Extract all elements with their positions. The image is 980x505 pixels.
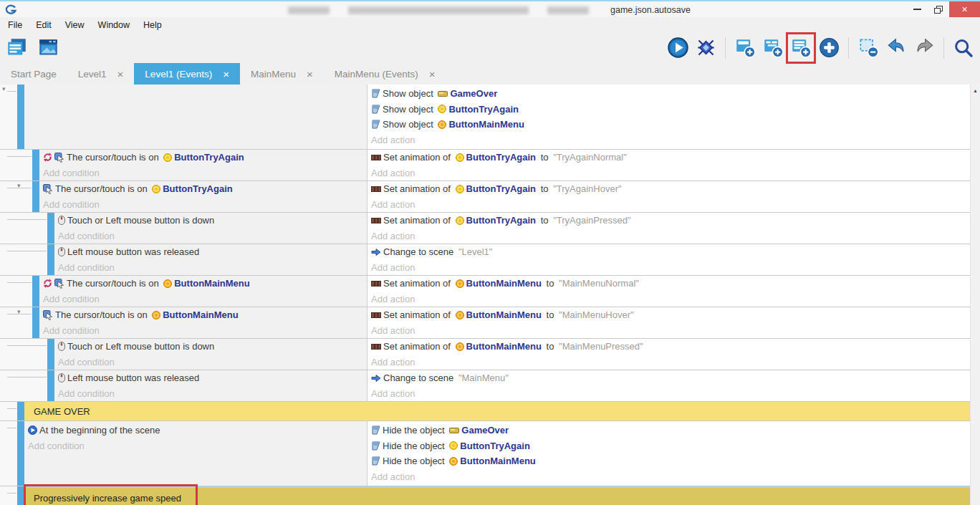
- menu-file[interactable]: File: [6, 19, 24, 31]
- condition[interactable]: Touch or Left mouse button is down: [54, 339, 367, 355]
- event-selection-bar[interactable]: [47, 339, 54, 370]
- event-selection-bar[interactable]: [47, 244, 54, 275]
- menu-edit[interactable]: Edit: [34, 19, 53, 31]
- add-condition[interactable]: Add condition: [39, 323, 367, 339]
- action[interactable]: Set animation of ButtonTryAgain to "TryA…: [368, 150, 970, 165]
- add-subevent-button[interactable]: [761, 35, 785, 61]
- tab-mainmenu[interactable]: MainMenu×: [240, 63, 324, 85]
- string-literal: "MainMenuPressed": [559, 341, 643, 352]
- tab-close-icon[interactable]: ×: [117, 69, 124, 80]
- tab-start-page[interactable]: Start Page: [0, 63, 67, 85]
- tab-close-icon[interactable]: ×: [307, 69, 313, 80]
- add-condition[interactable]: Add condition: [39, 165, 367, 181]
- tab-level1-events[interactable]: Level1 (Events)×: [134, 63, 240, 85]
- action[interactable]: Set animation of ButtonMainMenu to "Main…: [368, 276, 970, 292]
- tree-gutter: [0, 339, 47, 370]
- coin-icon: [152, 185, 160, 193]
- action[interactable]: Show object ButtonTryAgain: [368, 102, 970, 117]
- action[interactable]: Change to scene "MainMenu": [368, 370, 970, 386]
- menu-window[interactable]: Window: [97, 19, 131, 31]
- add-condition[interactable]: Add condition: [24, 438, 367, 454]
- condition[interactable]: Left mouse button was released: [54, 244, 367, 260]
- add-action[interactable]: Add action: [368, 386, 970, 402]
- add-condition[interactable]: Add condition: [54, 386, 367, 402]
- delete-event-button[interactable]: [856, 35, 880, 61]
- tab-level1[interactable]: Level1×: [67, 63, 135, 85]
- undo-button[interactable]: [884, 35, 908, 61]
- add-action[interactable]: Add action: [368, 260, 970, 276]
- action[interactable]: Hide the object GameOver: [368, 423, 970, 438]
- action[interactable]: Set animation of ButtonMainMenu to "Main…: [368, 339, 970, 355]
- collapse-arrow-icon[interactable]: ▾: [17, 182, 21, 189]
- scroll-up-icon[interactable]: ▲: [971, 85, 980, 93]
- action[interactable]: Show object ButtonMainMenu: [368, 117, 970, 133]
- add-comment-button[interactable]: [789, 35, 813, 61]
- action[interactable]: Set animation of ButtonMainMenu to "Main…: [368, 307, 970, 323]
- add-action[interactable]: Add action: [368, 323, 970, 339]
- anim-icon: [371, 312, 381, 319]
- action[interactable]: Hide the object ButtonMainMenu: [368, 453, 970, 469]
- event-selection-bar[interactable]: [32, 276, 39, 307]
- anim-icon: [371, 217, 381, 224]
- tab-close-icon[interactable]: ×: [223, 69, 229, 80]
- add-condition[interactable]: Add condition: [54, 355, 367, 370]
- condition[interactable]: The cursor/touch is on ButtonTryAgain: [39, 181, 367, 197]
- action[interactable]: Set animation of ButtonTryAgain to "TryA…: [368, 213, 970, 229]
- event-selection-bar[interactable]: [47, 213, 54, 244]
- add-action[interactable]: Add action: [368, 197, 970, 213]
- add-plus-button[interactable]: [817, 35, 841, 61]
- comment[interactable]: Progressively increase game speed: [24, 486, 970, 505]
- tab-close-icon[interactable]: ×: [429, 69, 436, 80]
- condition[interactable]: The cursor/touch is on ButtonMainMenu: [39, 276, 367, 292]
- event-selection-bar[interactable]: [32, 307, 39, 338]
- close-button[interactable]: ×: [949, 1, 980, 17]
- add-condition[interactable]: Add condition: [39, 292, 367, 307]
- add-condition[interactable]: Add condition: [39, 197, 367, 213]
- conditions-cell: The cursor/touch is on ButtonTryAgainAdd…: [39, 150, 368, 181]
- event-selection-bar[interactable]: [32, 150, 39, 181]
- condition[interactable]: At the beginning of the scene: [24, 423, 367, 438]
- event-selection-bar[interactable]: [47, 370, 54, 401]
- event-selection-bar[interactable]: [32, 181, 39, 212]
- add-action[interactable]: Add action: [368, 133, 970, 148]
- condition[interactable]: The cursor/touch is on ButtonTryAgain: [39, 150, 367, 165]
- coin2-icon: [456, 279, 464, 288]
- condition[interactable]: Left mouse button was released: [54, 370, 367, 386]
- menu-help[interactable]: Help: [142, 19, 163, 31]
- action[interactable]: Change to scene "Level1": [368, 244, 970, 260]
- action[interactable]: Show object GameOver: [368, 86, 970, 102]
- vertical-scrollbar[interactable]: ▲: [970, 85, 980, 505]
- tab-mainmenu-events[interactable]: MainMenu (Events)×: [324, 63, 446, 85]
- debug-bug-button[interactable]: [693, 35, 718, 61]
- object-ref: ButtonMainMenu: [448, 119, 524, 130]
- menu-view[interactable]: View: [64, 19, 86, 31]
- add-action[interactable]: Add action: [368, 229, 970, 244]
- project-manager-button[interactable]: [4, 35, 29, 61]
- minimize-button[interactable]: [906, 1, 928, 17]
- preview-play-button[interactable]: [666, 35, 690, 61]
- add-action[interactable]: Add action: [368, 165, 970, 181]
- event-selection-bar[interactable]: [17, 402, 24, 420]
- add-action[interactable]: Add action: [368, 292, 970, 307]
- condition[interactable]: Touch or Left mouse button is down: [54, 213, 367, 229]
- add-condition[interactable]: Add condition: [54, 260, 367, 276]
- start-page-button[interactable]: [36, 35, 60, 61]
- event-selection-bar[interactable]: [17, 421, 24, 486]
- string-literal: "MainMenuNormal": [559, 278, 639, 289]
- condition[interactable]: The cursor/touch is on ButtonMainMenu: [39, 307, 367, 323]
- event-row: ▾The cursor/touch is on ButtonTryAgainAd…: [0, 181, 970, 212]
- add-event-button[interactable]: [733, 35, 757, 61]
- action[interactable]: Hide the object ButtonTryAgain: [368, 438, 970, 454]
- action[interactable]: Set animation of ButtonTryAgain to "TryA…: [368, 181, 970, 197]
- search-button[interactable]: [951, 35, 976, 61]
- event-selection-bar[interactable]: [17, 85, 24, 149]
- add-condition[interactable]: Add condition: [54, 229, 367, 244]
- restore-button[interactable]: [928, 1, 949, 17]
- add-action[interactable]: Add action: [368, 355, 970, 370]
- add-action[interactable]: Add action: [368, 469, 970, 485]
- event-selection-bar[interactable]: [17, 486, 24, 505]
- redo-button[interactable]: [912, 35, 936, 61]
- collapse-arrow-icon[interactable]: ▾: [2, 85, 6, 92]
- collapse-arrow-icon[interactable]: ▾: [17, 308, 21, 315]
- comment[interactable]: GAME OVER: [24, 402, 970, 420]
